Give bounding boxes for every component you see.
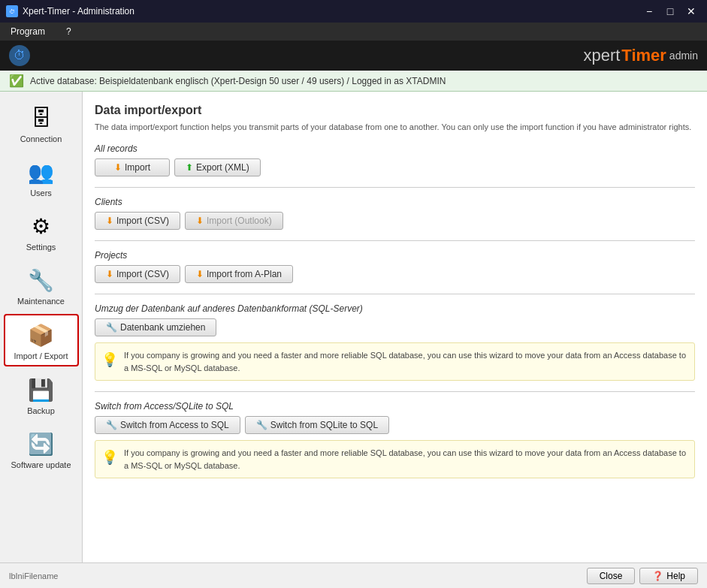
- settings-icon: ⚙: [26, 211, 56, 241]
- main-area: 🗄 Connection 👥 Users ⚙ Settings 🔧 Mainte…: [0, 92, 707, 562]
- switch-sql-info-text: If you company is growing and you need a…: [124, 447, 688, 472]
- sidebar-label-maintenance: Maintenance: [17, 297, 65, 306]
- bottom-buttons: Close ❓ Help: [587, 568, 698, 584]
- sidebar-label-users: Users: [30, 188, 52, 198]
- bottom-bar: lbIniFilename Close ❓ Help: [0, 562, 707, 588]
- divider-4: [95, 391, 695, 392]
- switch-access-to-sql-button[interactable]: 🔧 Switch from Access to SQL: [95, 416, 240, 434]
- section-projects: Projects ⬇ Import (CSV) ⬇ Import from A-…: [95, 250, 695, 283]
- content-description: The data import/export function helps yo…: [95, 122, 695, 133]
- window-title: Xpert-Timer - Administration: [23, 6, 134, 17]
- switch-sqlite-to-sql-button[interactable]: 🔧 Switch from SQLite to SQL: [245, 416, 389, 434]
- software-update-icon: 🔄: [26, 429, 56, 459]
- logo-icon: ⏱: [9, 45, 30, 66]
- close-button[interactable]: Close: [587, 568, 636, 584]
- brand-text-light: xpert: [583, 46, 620, 65]
- sidebar-item-maintenance[interactable]: 🔧 Maintenance: [4, 260, 79, 311]
- import-aplan-button[interactable]: ⬇ Import from A-Plan: [185, 265, 293, 283]
- section-clients: Clients ⬇ Import (CSV) ⬇ Import (Outlook…: [95, 197, 695, 230]
- import-icon: ⬇: [114, 162, 122, 173]
- sidebar-item-backup[interactable]: 💾 Backup: [4, 369, 79, 421]
- sidebar-item-import-export[interactable]: 📦 Import / Export: [4, 314, 79, 366]
- menu-help[interactable]: ?: [62, 25, 76, 38]
- sidebar-item-users[interactable]: 👥 Users: [4, 152, 79, 203]
- help-icon: ❓: [652, 571, 663, 581]
- divider-1: [95, 187, 695, 188]
- section-switch-sql: Switch from Access/SQLite to SQL 🔧 Switc…: [95, 401, 695, 478]
- migration-info-text: If you company is growing and you need a…: [124, 349, 688, 374]
- brand-admin: admin: [669, 50, 698, 62]
- help-button[interactable]: ❓ Help: [639, 568, 698, 584]
- restore-button[interactable]: □: [660, 4, 680, 19]
- divider-3: [95, 294, 695, 294]
- sidebar: 🗄 Connection 👥 Users ⚙ Settings 🔧 Mainte…: [0, 92, 83, 562]
- users-icon: 👥: [26, 157, 56, 187]
- import-export-icon: 📦: [26, 320, 56, 350]
- all-records-buttons: ⬇ Import ⬆ Export (XML): [95, 158, 695, 176]
- export-xml-button[interactable]: ⬆ Export (XML): [174, 158, 261, 176]
- projects-buttons: ⬇ Import (CSV) ⬇ Import from A-Plan: [95, 265, 695, 283]
- divider-2: [95, 240, 695, 241]
- sidebar-label-import-export: Import / Export: [14, 351, 68, 360]
- sidebar-label-connection: Connection: [20, 134, 62, 143]
- import-csv-clients-button[interactable]: ⬇ Import (CSV): [95, 212, 180, 230]
- migration-info-box: 💡 If you company is growing and you need…: [95, 342, 695, 381]
- section-projects-label: Projects: [95, 250, 695, 261]
- datenbank-icon: 🔧: [106, 322, 117, 333]
- import-outlook-icon: ⬇: [196, 216, 204, 226]
- brand-text-bold: Timer: [621, 46, 666, 65]
- import-aplan-icon: ⬇: [196, 269, 204, 279]
- status-bar: ✅ Active database: Beispieldatenbank eng…: [0, 71, 707, 92]
- app-icon: ⏱: [6, 5, 18, 17]
- switch-sql-buttons: 🔧 Switch from Access to SQL 🔧 Switch fro…: [95, 416, 695, 434]
- import-csv-projects-button[interactable]: ⬇ Import (CSV): [95, 265, 180, 283]
- sidebar-label-backup: Backup: [27, 406, 55, 415]
- section-all-records-label: All records: [95, 143, 695, 154]
- import-outlook-button[interactable]: ⬇ Import (Outlook): [185, 212, 283, 230]
- import-csv-proj-icon: ⬇: [106, 269, 113, 279]
- switch-sql-info-box: 💡 If you company is growing and you need…: [95, 440, 695, 478]
- help-label: Help: [666, 571, 685, 581]
- import-button[interactable]: ⬇ Import: [95, 158, 170, 176]
- maintenance-icon: 🔧: [26, 265, 56, 295]
- datenbank-umziehen-button[interactable]: 🔧 Datenbank umziehen: [95, 318, 216, 336]
- backup-icon: 💾: [26, 375, 56, 405]
- sidebar-item-software-update[interactable]: 🔄 Software update: [4, 424, 79, 475]
- content-panel: Data import/export The data import/expor…: [83, 92, 707, 562]
- connection-icon: 🗄: [26, 103, 56, 133]
- menu-program[interactable]: Program: [6, 25, 50, 38]
- switch-sqlite-icon: 🔧: [256, 420, 267, 430]
- title-bar: ⏱ Xpert-Timer - Administration − □ ✕: [0, 0, 707, 23]
- migration-info-icon: 💡: [101, 350, 118, 370]
- sidebar-label-software-update: Software update: [11, 460, 71, 469]
- section-migration-label: Umzug der Datenbank auf anderes Datenban…: [95, 303, 695, 314]
- title-bar-controls: − □ ✕: [639, 4, 701, 19]
- switch-access-icon: 🔧: [106, 420, 117, 430]
- clients-buttons: ⬇ Import (CSV) ⬇ Import (Outlook): [95, 212, 695, 230]
- import-csv-icon: ⬇: [106, 216, 113, 226]
- brand-logo: ⏱: [9, 45, 30, 66]
- section-migration: Umzug der Datenbank auf anderes Datenban…: [95, 303, 695, 381]
- section-all-records: All records ⬇ Import ⬆ Export (XML): [95, 143, 695, 176]
- section-clients-label: Clients: [95, 197, 695, 207]
- status-text: Active database: Beispieldatenbank engli…: [30, 76, 446, 86]
- menu-bar: Program ?: [0, 23, 707, 41]
- minimize-button[interactable]: −: [639, 4, 659, 19]
- close-label: Close: [600, 571, 623, 581]
- filename-label: lbIniFilename: [9, 571, 58, 580]
- section-switch-sql-label: Switch from Access/SQLite to SQL: [95, 401, 695, 412]
- sidebar-item-connection[interactable]: 🗄 Connection: [4, 98, 79, 149]
- status-ok-icon: ✅: [9, 74, 24, 88]
- brand-header: ⏱ xpertTimeradmin: [0, 41, 707, 71]
- sidebar-label-settings: Settings: [26, 243, 56, 252]
- sidebar-item-settings[interactable]: ⚙ Settings: [4, 206, 79, 257]
- export-xml-icon: ⬆: [186, 162, 193, 173]
- content-title: Data import/export: [95, 104, 695, 117]
- migration-buttons: 🔧 Datenbank umziehen: [95, 318, 695, 336]
- close-window-button[interactable]: ✕: [681, 4, 701, 19]
- switch-sql-info-icon: 💡: [101, 448, 118, 468]
